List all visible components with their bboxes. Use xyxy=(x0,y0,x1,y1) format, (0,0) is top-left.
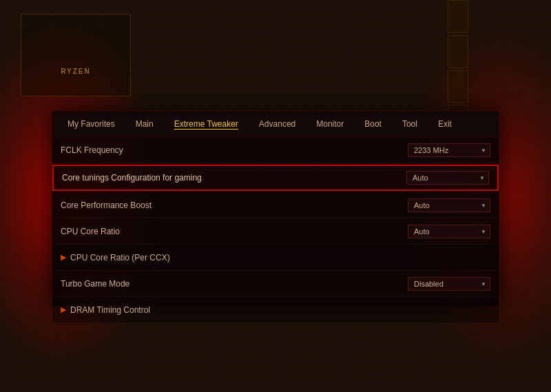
dropdown-wrap-cpu-core-ratio: Auto Manual xyxy=(408,225,490,238)
nav-item-main[interactable]: Main xyxy=(126,115,163,133)
setting-label-fclk: FCLK Frequency xyxy=(61,145,408,155)
ram-slot-2 xyxy=(448,35,468,68)
setting-fclk-frequency: FCLK Frequency 2233 MHz Auto 1600 MHz 18… xyxy=(52,137,499,163)
setting-dram-timing-control[interactable]: ▶ DRAM Timing Control xyxy=(52,297,499,323)
setting-turbo-game-mode: Turbo Game Mode Disabled Enabled xyxy=(52,271,499,297)
control-cpu-core-ratio: Auto Manual xyxy=(408,225,490,238)
setting-core-tunings: Core tunings Configuration for gaming Au… xyxy=(52,165,499,191)
expand-arrow-ccx: ▶ xyxy=(61,253,66,262)
dropdown-wrap-turbo-game-mode: Disabled Enabled xyxy=(408,277,490,291)
dropdown-turbo-game-mode[interactable]: Disabled Enabled xyxy=(408,277,490,291)
setting-label-dram-timing-control: DRAM Timing Control xyxy=(70,305,490,315)
setting-core-perf-boost: Core Performance Boost Auto Disabled xyxy=(52,192,499,218)
dropdown-core-perf-boost[interactable]: Auto Disabled xyxy=(408,198,490,212)
dropdown-wrap-core-tunings: Auto Manual xyxy=(406,171,489,185)
nav-item-monitor[interactable]: Monitor xyxy=(306,115,353,133)
setting-label-core-tunings: Core tunings Configuration for gaming xyxy=(62,173,406,183)
setting-label-cpu-core-ratio: CPU Core Ratio xyxy=(61,227,408,236)
ram-slot-3 xyxy=(448,70,468,103)
control-core-perf-boost: Auto Disabled xyxy=(408,198,490,212)
setting-label-core-perf-boost: Core Performance Boost xyxy=(61,200,408,210)
control-core-tunings: Auto Manual xyxy=(406,171,489,185)
control-turbo-game-mode: Disabled Enabled xyxy=(408,277,490,291)
bios-panel: My Favorites Main Extreme Tweaker Advanc… xyxy=(52,110,499,307)
nav-item-extreme-tweaker[interactable]: Extreme Tweaker xyxy=(165,115,248,133)
setting-cpu-core-ratio: CPU Core Ratio Auto Manual xyxy=(52,218,499,245)
cpu-chip-area xyxy=(21,14,131,96)
bios-nav: My Favorites Main Extreme Tweaker Advanc… xyxy=(52,111,499,137)
settings-area: FCLK Frequency 2233 MHz Auto 1600 MHz 18… xyxy=(52,137,499,323)
dropdown-wrap-core-perf-boost: Auto Disabled xyxy=(408,198,490,212)
nav-item-favorites[interactable]: My Favorites xyxy=(58,115,125,133)
dropdown-fclk[interactable]: 2233 MHz Auto 1600 MHz 1800 MHz 2000 MHz xyxy=(408,143,490,157)
setting-cpu-core-ratio-per-ccx[interactable]: ▶ CPU Core Ratio (Per CCX) xyxy=(52,245,499,271)
expand-arrow-dram: ▶ xyxy=(61,305,66,314)
dropdown-core-tunings[interactable]: Auto Manual xyxy=(406,171,489,185)
control-fclk: 2233 MHz Auto 1600 MHz 1800 MHz 2000 MHz xyxy=(408,143,490,157)
dropdown-cpu-core-ratio[interactable]: Auto Manual xyxy=(408,225,490,238)
ram-slot-1 xyxy=(448,0,468,33)
nav-item-exit[interactable]: Exit xyxy=(428,115,461,133)
nav-item-tool[interactable]: Tool xyxy=(393,115,427,133)
nav-item-advanced[interactable]: Advanced xyxy=(249,115,305,133)
nav-item-boot[interactable]: Boot xyxy=(355,115,391,133)
setting-label-cpu-core-ratio-per-ccx: CPU Core Ratio (Per CCX) xyxy=(70,253,490,262)
setting-label-turbo-game-mode: Turbo Game Mode xyxy=(61,279,408,289)
dropdown-wrap-fclk: 2233 MHz Auto 1600 MHz 1800 MHz 2000 MHz xyxy=(408,143,490,157)
